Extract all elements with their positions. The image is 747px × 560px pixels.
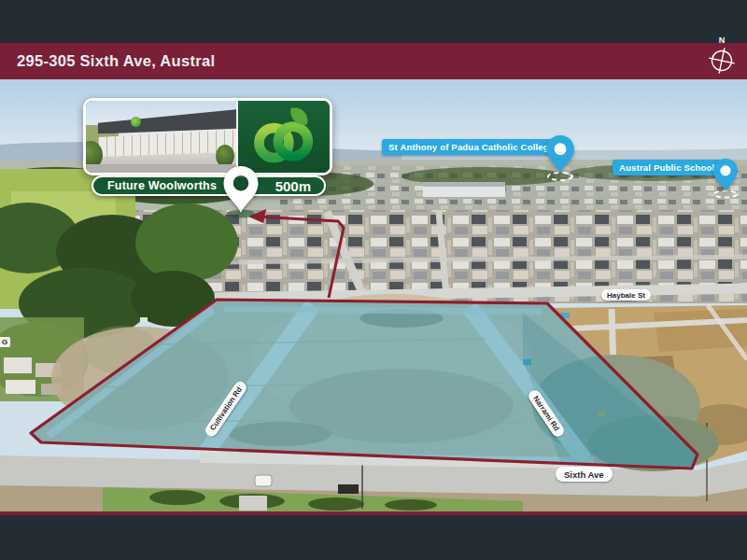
- white-car: [255, 475, 272, 486]
- bottom-dark-strip: [0, 515, 747, 560]
- compass-north-label: N: [700, 35, 743, 45]
- woolworths-logo-icon: [248, 102, 319, 173]
- woolworths-logo-panel: [236, 101, 330, 173]
- woolworths-pin-icon: [222, 165, 260, 214]
- render-roof: [98, 109, 236, 133]
- dark-sign: [338, 484, 359, 494]
- compass-icon: N: [700, 35, 743, 80]
- aerial-photo: Future Woolworths 500m St Anthony of Pad…: [0, 79, 747, 511]
- driveway: [239, 496, 267, 511]
- woolworths-distance: 500m: [275, 178, 324, 194]
- compass-rose-icon: [700, 45, 743, 78]
- street-label-sixth-ave: Sixth Ave: [556, 467, 613, 482]
- school-pin-icon: [712, 156, 739, 194]
- header-bar: 295-305 Sixth Ave, Austral: [0, 43, 747, 79]
- listing-image: 295-305 Sixth Ave, Austral N: [0, 0, 747, 560]
- top-dark-strip: [0, 0, 747, 43]
- college-pin-icon: [545, 133, 575, 175]
- woolworths-render-photo: [86, 101, 236, 173]
- woolworths-title: Future Woolworths: [93, 179, 217, 192]
- woolworths-card: [83, 98, 332, 175]
- woolworths-distance-bar: Future Woolworths 500m: [92, 175, 326, 196]
- street-label-haybale: Haybale St: [601, 289, 651, 301]
- render-ground: [86, 164, 236, 173]
- college-label: St Anthony of Padua Catholic College: [382, 139, 560, 155]
- school-label: Austral Public School: [613, 160, 721, 175]
- partial-street-sign: G: [0, 337, 10, 347]
- page-title: 295-305 Sixth Ave, Austral: [0, 52, 215, 70]
